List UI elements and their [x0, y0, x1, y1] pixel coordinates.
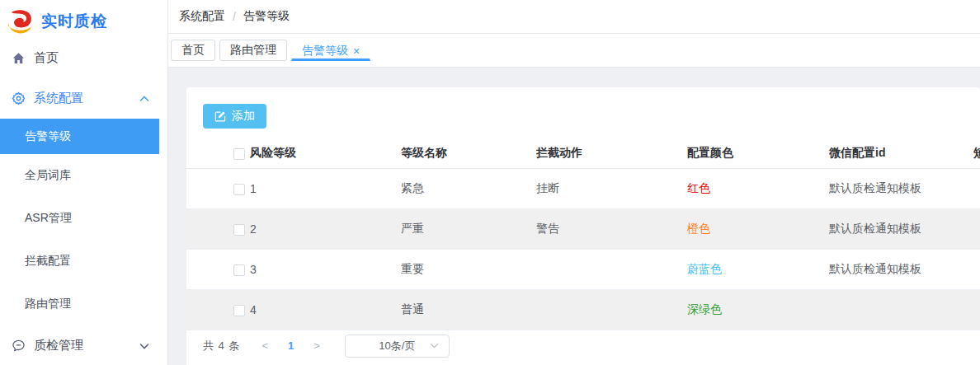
add-button[interactable]: 添加: [203, 104, 266, 129]
chevron-down-icon: [139, 343, 149, 349]
tab-label: 告警等级: [302, 44, 348, 58]
breadcrumb-item-alert-level: 告警等级: [243, 9, 290, 24]
sidebar-subitem-asr-management[interactable]: ASR管理: [0, 197, 167, 240]
sidebar-menu: 首页 系统配置 告警等级 全局词库 ASR管理: [0, 38, 167, 365]
cell-action: 挂断: [536, 168, 687, 208]
breadcrumb: 系统配置 / 告警等级: [168, 0, 980, 34]
table-row: 3 重要 蔚蓝色 默认质检通知模板: [186, 249, 980, 289]
alert-level-table: 风险等级 等级名称 拦截动作 配置颜色 微信配置id 短 1 紧急: [186, 138, 980, 330]
sidebar-subitem-label: 全局词库: [25, 168, 71, 183]
table-row: 4 普通 深绿色: [186, 289, 980, 330]
content-area: 添加 风险等级 等级名称 拦截动作 配置颜色 微信配置id: [168, 68, 980, 365]
cell-level-name: 紧急: [401, 168, 536, 208]
page-size-value: 10条/页: [379, 339, 415, 353]
app-title: 实时质检: [41, 11, 107, 32]
tabs-bar: 首页 路由管理 告警等级 ×: [168, 34, 980, 68]
sidebar-item-label: 质检管理: [34, 338, 83, 353]
select-all-checkbox[interactable]: [233, 148, 245, 160]
app-window: 实时质检 首页 系统配置 告警等级 全局词库: [0, 0, 980, 365]
sidebar-subitem-intercept-config[interactable]: 拦截配置: [0, 240, 167, 283]
cell-color: 橙色: [687, 208, 829, 249]
cell-risk-level: 1: [250, 168, 401, 208]
pagination: 共 4 条 < 1 > 10条/页: [186, 330, 980, 362]
tab-label: 路由管理: [230, 43, 276, 58]
tab-label: 首页: [181, 43, 205, 58]
table-header-row: 风险等级 等级名称 拦截动作 配置颜色 微信配置id 短: [186, 138, 980, 168]
column-header-action: 拦截动作: [536, 138, 687, 168]
tab-home[interactable]: 首页: [171, 40, 215, 61]
sidebar-subitem-label: 拦截配置: [25, 254, 71, 269]
row-checkbox[interactable]: [233, 264, 245, 276]
cell-action: [536, 289, 687, 330]
main-area: 系统配置 / 告警等级 首页 路由管理 告警等级 ×: [168, 0, 980, 365]
sidebar-item-qc-management[interactable]: 质检管理: [0, 325, 167, 365]
cell-wechat-config: 默认质检通知模板: [829, 168, 973, 208]
sidebar-item-system-config[interactable]: 系统配置: [0, 78, 167, 119]
column-header-wechat-config: 微信配置id: [829, 138, 973, 168]
cell-wechat-config: [829, 289, 973, 330]
app-logo: 实时质检: [0, 0, 167, 38]
add-button-label: 添加: [232, 109, 255, 124]
sidebar-item-label: 首页: [34, 50, 59, 66]
prev-page-button[interactable]: <: [261, 339, 268, 352]
tab-alert-level[interactable]: 告警等级 ×: [291, 40, 370, 61]
cell-risk-level: 3: [250, 249, 401, 289]
cell-risk-level: 2: [250, 208, 401, 249]
breadcrumb-separator: /: [233, 10, 236, 23]
sidebar-subitem-label: ASR管理: [25, 211, 72, 226]
comment-icon: [12, 339, 26, 353]
tab-close-icon[interactable]: ×: [353, 45, 360, 57]
cell-color: 红色: [687, 168, 829, 208]
sidebar-item-label: 系统配置: [34, 91, 83, 106]
home-icon: [12, 52, 26, 65]
page-number[interactable]: 1: [288, 339, 294, 352]
column-header-color: 配置颜色: [687, 138, 829, 168]
system-config-submenu: 告警等级 全局词库 ASR管理 拦截配置 路由管理: [0, 119, 167, 325]
cell-level-name: 普通: [401, 289, 536, 330]
pagination-total: 共 4 条: [203, 339, 240, 353]
chevron-up-icon: [139, 96, 149, 102]
sidebar-subitem-label: 告警等级: [25, 129, 71, 144]
sidebar-subitem-alert-level[interactable]: 告警等级: [0, 119, 159, 154]
breadcrumb-item-system-config[interactable]: 系统配置: [179, 9, 225, 24]
next-page-button[interactable]: >: [313, 339, 320, 352]
edit-icon: [214, 110, 226, 122]
sidebar: 实时质检 首页 系统配置 告警等级 全局词库: [0, 0, 168, 365]
cell-wechat-config: 默认质检通知模板: [829, 208, 973, 249]
tab-route-management[interactable]: 路由管理: [219, 40, 287, 61]
cell-color: 深绿色: [687, 289, 829, 330]
page-size-select[interactable]: 10条/页: [345, 335, 450, 358]
column-header-level-name: 等级名称: [401, 138, 536, 168]
row-checkbox[interactable]: [233, 224, 245, 236]
row-checkbox[interactable]: [233, 305, 245, 316]
table-row: 1 紧急 挂断 红色 默认质检通知模板: [186, 168, 980, 208]
cell-action: 警告: [536, 208, 687, 249]
sidebar-subitem-label: 路由管理: [25, 297, 71, 311]
content-card: 添加 风险等级 等级名称 拦截动作 配置颜色 微信配置id: [186, 87, 980, 365]
chevron-down-icon: [430, 343, 439, 349]
column-header-risk-level: 风险等级: [250, 138, 401, 168]
cell-action: [536, 249, 687, 289]
cell-level-name: 重要: [401, 249, 536, 289]
cell-color: 蔚蓝色: [687, 249, 829, 289]
logo-icon: [6, 7, 34, 35]
cell-level-name: 严重: [401, 208, 536, 249]
sidebar-subitem-global-lexicon[interactable]: 全局词库: [0, 154, 167, 197]
cell-wechat-config: 默认质检通知模板: [829, 249, 973, 289]
cell-risk-level: 4: [250, 289, 401, 330]
column-header-partial: 短: [973, 138, 980, 168]
sidebar-item-home[interactable]: 首页: [0, 38, 167, 78]
sidebar-subitem-route-management[interactable]: 路由管理: [0, 283, 167, 325]
table-row: 2 严重 警告 橙色 默认质检通知模板: [186, 208, 980, 249]
row-checkbox[interactable]: [233, 184, 245, 195]
gear-icon: [12, 91, 26, 105]
